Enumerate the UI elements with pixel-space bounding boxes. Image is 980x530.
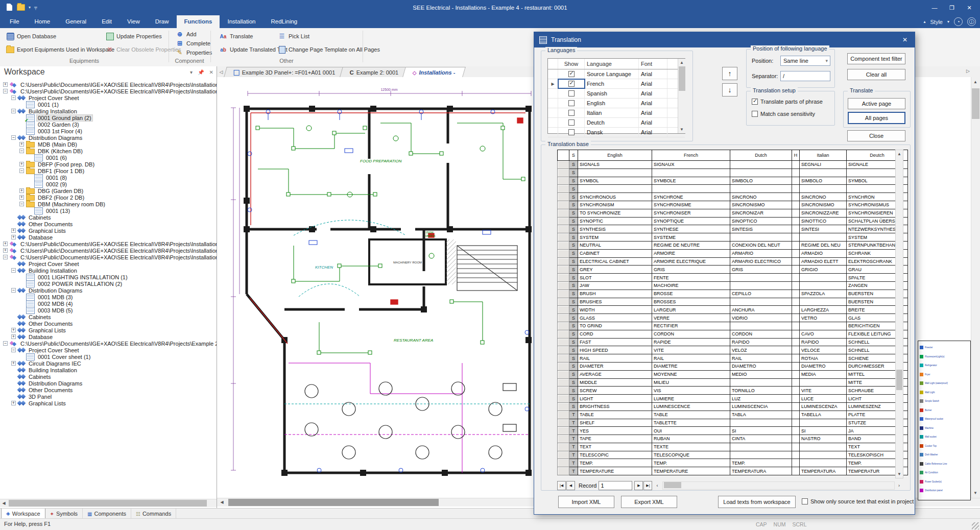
translation-cell[interactable]: LUCE: [800, 395, 847, 403]
translation-cell[interactable]: S: [569, 217, 578, 225]
tree-item[interactable]: Other Documents: [0, 387, 217, 393]
translation-row[interactable]: SJAWMACHOIREZANGEN: [558, 281, 908, 290]
properties-button[interactable]: ✎ Properties: [174, 47, 214, 58]
row-selector[interactable]: [558, 209, 569, 217]
legend-item[interactable]: Machine: [920, 424, 969, 433]
translation-cell[interactable]: JAW: [578, 281, 652, 290]
translation-cell[interactable]: [792, 185, 800, 193]
language-name-cell[interactable]: Source Language: [585, 69, 639, 79]
row-selector[interactable]: [558, 298, 569, 306]
tree-item[interactable]: +MDB (Main DB): [0, 141, 217, 148]
translation-cell[interactable]: [792, 201, 800, 209]
row-selector[interactable]: [558, 217, 569, 225]
tree-expander[interactable]: +: [19, 142, 24, 147]
translation-cell[interactable]: [800, 451, 847, 459]
translation-cell[interactable]: FAST: [578, 338, 652, 346]
translation-cell[interactable]: [792, 266, 800, 274]
translation-cell[interactable]: [792, 298, 800, 306]
translation-cell[interactable]: ROTAIA: [800, 354, 847, 363]
translation-cell[interactable]: DIAMETRE: [652, 362, 730, 370]
translation-cell[interactable]: MILIEU: [652, 378, 730, 387]
translation-row[interactable]: SBRIGHTNESSLUMINESCENCELUMINISCENCIALUMI…: [558, 402, 908, 411]
tree-item[interactable]: +Circuit Diagrams IEC: [0, 360, 217, 367]
translation-cell[interactable]: BROSSES: [652, 298, 730, 306]
translation-cell[interactable]: DIAMETER: [578, 362, 652, 370]
row-selector[interactable]: [558, 257, 569, 266]
translation-cell[interactable]: [800, 378, 847, 387]
export-xml-button[interactable]: Export XML: [621, 496, 677, 508]
translation-row[interactable]: SMIDDLEMILIEUMITTE: [558, 378, 908, 387]
tree-item[interactable]: 0001 (1): [0, 101, 217, 108]
column-header-italian[interactable]: Italian: [800, 150, 847, 161]
row-selector[interactable]: [558, 435, 569, 443]
tree-item[interactable]: −Distribution Diagrams: [0, 134, 217, 141]
translation-cell[interactable]: VITE: [800, 387, 847, 395]
translation-cell[interactable]: CORDON: [730, 330, 792, 338]
scroll-up-icon[interactable]: ▲: [678, 59, 685, 66]
language-show-checkbox[interactable]: [568, 81, 575, 87]
translation-row[interactable]: SNEUTRALREGIME DE NEUTRECONEXION DEL NEU…: [558, 241, 908, 249]
close-dialog-button[interactable]: Close: [847, 130, 905, 141]
translation-cell[interactable]: GRIGIO: [800, 266, 847, 274]
position-dropdown[interactable]: Same line: [780, 56, 830, 66]
tree-item[interactable]: 0002 (9): [0, 181, 217, 187]
translation-cell[interactable]: WIDTH: [578, 306, 652, 314]
translation-cell[interactable]: SYMBOL: [578, 177, 652, 185]
translation-cell[interactable]: VELOZ: [730, 346, 792, 354]
row-selector[interactable]: [558, 322, 569, 330]
scrollbar-thumb[interactable]: [228, 499, 439, 506]
translation-row[interactable]: SLIGHTLUMIERELUZLUCELICHT: [558, 395, 908, 403]
translation-cell[interactable]: TABLE: [578, 411, 652, 419]
translation-cell[interactable]: SINCRONO: [800, 193, 847, 201]
checkbox-icon[interactable]: [752, 111, 758, 117]
translation-cell[interactable]: ELECTRICAL CABINET: [578, 257, 652, 266]
translation-row[interactable]: TTEMPERATURETEMPERATURETEMPERATURATEMPER…: [558, 467, 908, 475]
translation-cell[interactable]: SYSTEM: [578, 233, 652, 242]
row-selector[interactable]: [558, 451, 569, 459]
translation-cell[interactable]: [792, 378, 800, 387]
translation-cell[interactable]: ARMOIRE: [652, 249, 730, 257]
tree-item[interactable]: Cabinets: [0, 214, 217, 221]
load-texts-button[interactable]: Load texts from workspace: [718, 496, 796, 508]
language-name-cell[interactable]: Deutch: [585, 118, 639, 127]
translation-cell[interactable]: [800, 233, 847, 242]
translation-cell[interactable]: SINTESI: [800, 225, 847, 233]
tree-expander[interactable]: +: [3, 82, 8, 87]
legend-item[interactable]: Cooker Top: [920, 442, 969, 451]
translation-row[interactable]: SCORDCORDONCORDONCAVOFLEXIBLE LEITUNG: [558, 330, 908, 338]
previous-record-button[interactable]: ◀: [566, 481, 575, 490]
translation-row[interactable]: SDIAMETERDIAMETREDIAMETRODIAMETRODURCHME…: [558, 362, 908, 370]
match-case-checkbox[interactable]: Match case sensitivity: [752, 111, 815, 117]
translation-cell[interactable]: [792, 467, 800, 475]
tree-item[interactable]: 0001 Ground plan (2): [0, 114, 217, 121]
language-row[interactable]: ItalianArial: [548, 108, 685, 118]
column-header-s[interactable]: S: [569, 150, 578, 161]
translation-cell[interactable]: [730, 185, 792, 193]
language-row[interactable]: ▶FrenchArial: [548, 79, 685, 89]
translation-cell[interactable]: VIDRIO: [730, 314, 792, 322]
row-selector[interactable]: [548, 99, 558, 108]
translation-cell[interactable]: RAPIDO: [800, 338, 847, 346]
row-selector[interactable]: [558, 330, 569, 338]
translation-row[interactable]: SFASTRAPIDERAPIDORAPIDOSCHNELL: [558, 338, 908, 346]
translation-cell[interactable]: S: [569, 378, 578, 387]
row-selector[interactable]: [558, 281, 569, 290]
scrollbar-thumb[interactable]: [972, 88, 979, 119]
translation-row[interactable]: TTELESCOPICTELESCOPIQUETELESKOPISCH: [558, 451, 908, 459]
language-show-checkbox[interactable]: [568, 71, 575, 77]
translation-cell[interactable]: S: [569, 402, 578, 411]
translation-cell[interactable]: S: [569, 370, 578, 378]
tree-item[interactable]: +C:\Users\Public\Documents\IGE+XAO\SEE E…: [0, 240, 217, 247]
translation-cell[interactable]: TEXT: [578, 443, 652, 451]
translation-cell[interactable]: DIAMETRO: [730, 362, 792, 370]
pin-icon[interactable]: 📌: [198, 69, 204, 75]
translation-cell[interactable]: [792, 443, 800, 451]
tree-expander[interactable]: −: [19, 168, 24, 173]
legend-item[interactable]: Wall socket: [920, 432, 969, 442]
translation-cell[interactable]: NASTRO: [800, 435, 847, 443]
translation-cell[interactable]: RAPIDE: [652, 338, 730, 346]
translation-cell[interactable]: [800, 281, 847, 290]
translation-cell[interactable]: [792, 290, 800, 298]
language-font-cell[interactable]: Arial: [639, 118, 667, 127]
dialog-close-icon[interactable]: ✕: [900, 36, 910, 44]
